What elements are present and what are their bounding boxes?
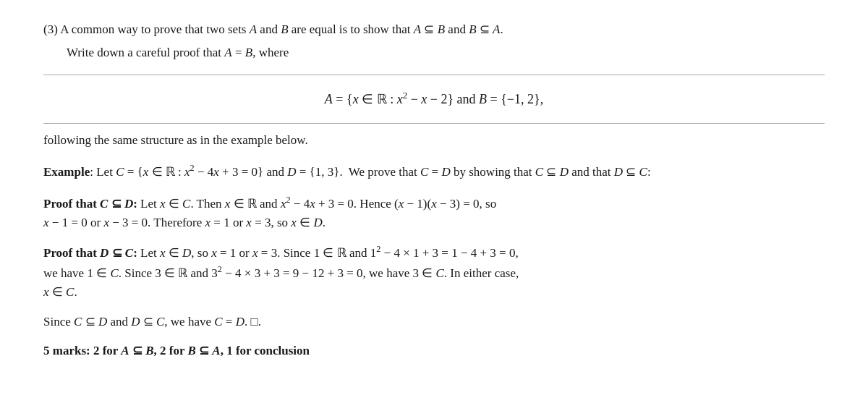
example-section: Example: Let C = {x ∈ ℝ : x2 − 4x + 3 = … xyxy=(43,161,825,182)
marks-line: 5 marks: 2 for A ⊆ B, 2 for B ⊆ A, 1 for… xyxy=(43,342,825,360)
top-divider xyxy=(43,75,825,75)
proof-dc-label: Proof that D ⊆ C: xyxy=(43,246,137,260)
proof-cd-text-2: x − 1 = 0 or x − 3 = 0. Therefore x = 1 … xyxy=(43,216,326,229)
proof-cd-section: Proof that C ⊆ D: Let x ∈ C. Then x ∈ ℝ … xyxy=(43,193,825,232)
proof-cd-text: Let x ∈ C. Then x ∈ ℝ and x2 − 4x + 3 = … xyxy=(140,197,496,211)
example-text: : Let C = {x ∈ ℝ : x2 − 4x + 3 = 0} and … xyxy=(90,165,650,179)
example-label: Example xyxy=(43,165,90,179)
following-line: following the same structure as in the e… xyxy=(43,131,825,150)
bottom-divider xyxy=(43,123,825,124)
marks-text: 5 marks: 2 for A ⊆ B, 2 for B ⊆ A, 1 for… xyxy=(43,344,310,357)
problem-header: (3) A common way to prove that two sets … xyxy=(43,20,825,39)
set-definition-display: A = {x ∈ ℝ : x2 − x − 2} and B = {−1, 2}… xyxy=(43,88,825,110)
problem-container: (3) A common way to prove that two sets … xyxy=(43,20,825,360)
proof-dc-text-2: we have 1 ∈ C. Since 3 ∈ ℝ and 32 − 4 × … xyxy=(43,266,519,280)
problem-number: (3) xyxy=(43,22,58,36)
proof-dc-text-1: Let x ∈ D, so x = 1 or x = 3. Since 1 ∈ … xyxy=(140,246,519,260)
since-text: Since C ⊆ D and D ⊆ C, we have C = D. □. xyxy=(43,315,261,329)
proof-dc-text-3: x ∈ C. xyxy=(43,285,77,299)
instruction-line: Write down a careful proof that A = B, w… xyxy=(67,43,825,62)
intro-text: A common way to prove that two sets A an… xyxy=(60,22,503,36)
instruction-text: Write down a careful proof that A = B, w… xyxy=(67,46,289,59)
proof-cd-label: Proof that C ⊆ D: xyxy=(43,197,137,211)
following-text: following the same structure as in the e… xyxy=(43,133,308,147)
since-line: Since C ⊆ D and D ⊆ C, we have C = D. □. xyxy=(43,313,825,331)
proof-dc-section: Proof that D ⊆ C: Let x ∈ D, so x = 1 or… xyxy=(43,242,825,302)
